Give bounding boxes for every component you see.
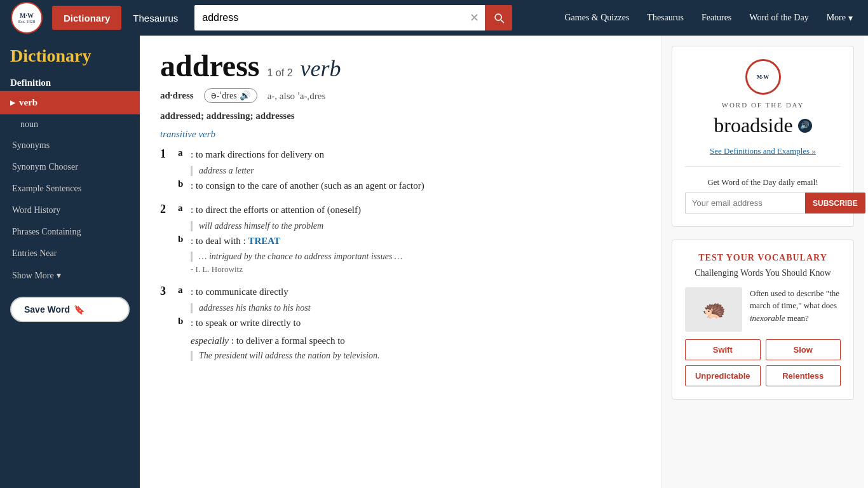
word-pos: verb [301, 55, 341, 82]
pronunciation-row: ad·​dress ə-ˈdres 🔊 a-, also ˈa-ˌdres [160, 88, 641, 103]
sidebar-item-verb[interactable]: verb [0, 91, 140, 114]
definition-2: 2 a : to direct the efforts or attention… [160, 203, 641, 274]
def-1a-example: address a letter [191, 166, 641, 176]
word-header: address 1 of 2 verb [160, 48, 641, 83]
vocab-image: 🦔 [685, 287, 742, 332]
def-letter-b: b [178, 179, 191, 189]
wotd-email-label: Get Word of the Day daily email! [685, 177, 841, 187]
vocab-answer-relentless[interactable]: Relentless [766, 365, 841, 386]
def-letter-b2: b [178, 234, 191, 245]
vocab-answer-slow[interactable]: Slow [766, 339, 841, 360]
definition-3: 3 a : to communicate directly addresses … [160, 285, 641, 361]
sidebar-item-synonyms[interactable]: Synonyms [0, 135, 140, 156]
subscribe-button[interactable]: SUBSCRIBE [805, 193, 865, 214]
def-num-1: 1 [160, 147, 178, 161]
thesaurus-nav-button[interactable]: Thesaurus [121, 6, 189, 30]
wotd-logo-text: M·W [757, 74, 770, 80]
main-content: address 1 of 2 verb ad·​dress ə-ˈdres 🔊 … [140, 36, 661, 488]
wotd-email-input[interactable] [685, 193, 805, 214]
def-2b-text: : to deal with : TREAT [191, 234, 280, 248]
def-2b-row: b : to deal with : TREAT [178, 234, 641, 248]
wotd-see-definitions-link[interactable]: See Definitions and Examples » [710, 146, 816, 156]
def-3b-subtext: especially : to deliver a formal speech … [191, 334, 641, 348]
vocab-answer-unpredictable[interactable]: Unpredictable [685, 365, 761, 386]
wotd-label: Word of the Day [685, 101, 841, 109]
def-3a-row: 3 a : to communicate directly [160, 285, 641, 299]
sidebar-item-example-sentences[interactable]: Example Sentences [0, 178, 140, 200]
right-sidebar: M·W Word of the Day broadside 🔊 See Defi… [661, 36, 864, 488]
sidebar-item-phrases-containing[interactable]: Phrases Containing [0, 221, 140, 243]
sound-icon[interactable]: 🔊 [240, 90, 250, 101]
def-num-2: 2 [160, 203, 178, 216]
more-link[interactable]: More ▾ [819, 8, 860, 29]
sidebar-dictionary-title: Dictionary [0, 36, 140, 71]
def-3b-example: The president will address the nation by… [191, 351, 641, 361]
sidebar-item-word-history[interactable]: Word History [0, 200, 140, 221]
vocab-img-placeholder: 🦔 [702, 298, 726, 320]
def-3a-example: addresses his thanks to his host [191, 303, 641, 313]
example-word-4: addresses [199, 303, 234, 313]
vocab-img-row: 🦔 Often used to describe "the march of t… [685, 287, 841, 332]
def-2b-example: … intrigued by the chance to address imp… [191, 252, 641, 262]
def-letter-a3: a [178, 285, 191, 295]
treat-link[interactable]: TREAT [248, 236, 280, 246]
page-body: Dictionary Definition verb noun Synonyms… [0, 36, 868, 488]
word-of-the-day-link[interactable]: Word of the Day [742, 8, 816, 28]
chevron-down-icon: ▾ [848, 13, 853, 24]
search-input[interactable] [194, 5, 485, 30]
vocab-title: Test Your Vocabulary [685, 253, 841, 263]
def-3b-text: : to speak or write directly to [191, 316, 301, 330]
def-1b-text: : to consign to the care of another (suc… [191, 179, 424, 193]
wotd-card: M·W Word of the Day broadside 🔊 See Defi… [672, 46, 854, 227]
features-link[interactable]: Features [694, 8, 739, 28]
top-nav: M·W Est. 1828 Dictionary Thesaurus ✕ Gam… [0, 0, 868, 36]
sidebar-item-show-more[interactable]: Show More ▾ [0, 264, 140, 287]
def-1a-row: 1 a : to mark directions for delivery on [160, 147, 641, 162]
logo[interactable]: M·W Est. 1828 [8, 0, 46, 36]
wotd-sound-button[interactable]: 🔊 [798, 119, 812, 133]
definition-1: 1 a : to mark directions for delivery on… [160, 147, 641, 193]
def-2a-text: : to direct the efforts or attention of … [191, 203, 361, 217]
sidebar: Dictionary Definition verb noun Synonyms… [0, 36, 140, 488]
def-1a-text: : to mark directions for delivery on [191, 147, 324, 162]
thesaurus-link[interactable]: Thesaurus [639, 8, 691, 28]
example-word-3: address [304, 252, 332, 261]
pronunciation-entry: ad·​dress [160, 90, 194, 101]
logo-mw: M·W [20, 12, 34, 19]
transitive-verb-link[interactable]: transitive verb [160, 129, 215, 139]
vocab-subtitle: Challenging Words You Should Know [685, 267, 841, 280]
search-bar: ✕ [194, 5, 512, 30]
vocab-word: inexorable [750, 313, 785, 323]
sidebar-item-entries-near[interactable]: Entries Near [0, 243, 140, 264]
save-word-button[interactable]: Save Word 🔖 [10, 297, 130, 322]
pronunciation-ipa[interactable]: ə-ˈdres 🔊 [204, 88, 257, 103]
example-word-5: address [265, 351, 292, 360]
search-clear-button[interactable]: ✕ [467, 8, 482, 27]
dictionary-nav-button[interactable]: Dictionary [52, 6, 121, 30]
word-title: address [160, 48, 260, 83]
vocab-card: Test Your Vocabulary Challenging Words Y… [672, 240, 854, 400]
wotd-word: broadside 🔊 [685, 114, 841, 137]
def-2a-example: will address himself to the problem [191, 221, 641, 231]
pos-label: transitive verb [160, 129, 641, 140]
speaker-icon: 🔊 [800, 121, 810, 130]
def-3a-text: : to communicate directly [191, 285, 288, 299]
word-count: 1 of 2 [268, 67, 293, 79]
example-word: address [199, 166, 226, 175]
pronunciation-alts: a-, also ˈa-ˌdres [268, 90, 326, 102]
vocab-answers: Swift Slow Unpredictable Relentless [685, 339, 841, 386]
inflections: addressed; addressing; addresses [160, 111, 641, 121]
def-3b-row: b : to speak or write directly to [178, 316, 641, 330]
sidebar-item-noun[interactable]: noun [0, 114, 140, 135]
def-num-3: 3 [160, 285, 178, 298]
sidebar-definition-header: Definition [0, 71, 140, 91]
search-submit-button[interactable] [485, 5, 512, 30]
bookmark-icon: 🔖 [74, 304, 85, 315]
citation-1: - I. L. Horowitz [191, 264, 641, 274]
def-letter-a: a [178, 147, 191, 158]
def-1b-row: b : to consign to the care of another (s… [178, 179, 641, 193]
games-quizzes-link[interactable]: Games & Quizzes [557, 8, 637, 28]
sidebar-item-synonym-chooser[interactable]: Synonym Chooser [0, 156, 140, 178]
example-word-2: address [215, 221, 242, 231]
vocab-answer-swift[interactable]: Swift [685, 339, 761, 360]
